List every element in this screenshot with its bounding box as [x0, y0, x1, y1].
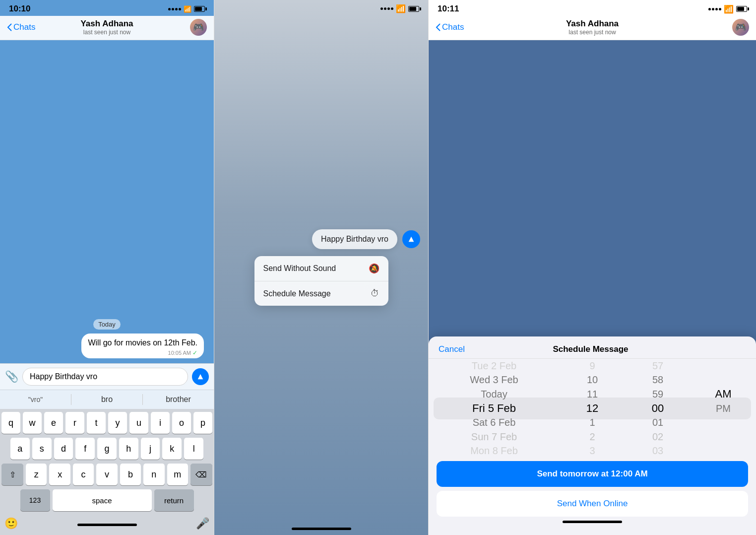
key-y[interactable]: y	[108, 412, 127, 434]
screen1-chat-keyboard: 10:10 📶 Chats Yash Adhana last seen just…	[0, 0, 214, 535]
contact-info-3: Yash Adhana last seen just now	[566, 19, 619, 36]
key-h[interactable]: h	[119, 438, 138, 460]
key-z[interactable]: z	[26, 464, 47, 485]
key-d[interactable]: d	[54, 438, 73, 460]
send-button-1[interactable]	[192, 368, 209, 385]
key-w[interactable]: w	[23, 412, 42, 434]
home-indicator-3	[563, 521, 622, 523]
context-menu: Send Without Sound 🔕 Schedule Message ⏱	[254, 256, 388, 306]
keyboard: q w e r t y u i o p a s d f g h j k l ⇧ …	[0, 409, 214, 535]
message-input-1[interactable]	[22, 368, 188, 386]
send-button-2[interactable]	[402, 230, 420, 248]
picker-day-column[interactable]: Tue 2 Feb Wed 3 Feb Today Fri 5 Feb Sat …	[429, 359, 560, 458]
key-g[interactable]: g	[97, 438, 117, 460]
picker-hour-5: 2	[560, 430, 625, 444]
picker-hour-0: 9	[560, 359, 625, 373]
home-indicator-1	[77, 524, 137, 526]
picker-ampm-spacer3	[691, 415, 756, 430]
autocomplete-text-1: bro	[101, 395, 113, 403]
key-return[interactable]: return	[154, 489, 194, 511]
status-icons-2: 📶	[380, 4, 419, 13]
key-i[interactable]: i	[151, 412, 170, 434]
key-v[interactable]: v	[96, 464, 117, 485]
time-3: 10:11	[438, 4, 459, 14]
key-n[interactable]: n	[143, 464, 164, 485]
schedule-title: Schedule Message	[553, 344, 628, 354]
picker-hour-1: 10	[560, 373, 625, 388]
picker-ampm-spacer5	[691, 444, 756, 458]
autocomplete-item-0[interactable]: "vro"	[0, 394, 71, 405]
send-arrow-icon	[196, 373, 204, 381]
schedule-message-label: Schedule Message	[263, 289, 331, 298]
key-k[interactable]: k	[162, 438, 182, 460]
battery-icon-3	[736, 6, 747, 12]
picker-min-5: 02	[625, 430, 691, 444]
key-x[interactable]: x	[49, 464, 70, 485]
keyboard-row-2: a s d f g h j k l	[1, 438, 212, 460]
attach-button[interactable]: 📎	[5, 370, 18, 383]
microphone-icon[interactable]: 🎤	[196, 517, 209, 530]
key-t[interactable]: t	[87, 412, 106, 434]
chevron-left-icon-3	[436, 23, 441, 31]
emoji-icon[interactable]: 🙂	[4, 517, 18, 530]
picker-pm: PM	[691, 401, 756, 416]
message-time-1: 10:05 AM	[168, 350, 191, 356]
signal-icon-3	[708, 8, 721, 10]
key-shift[interactable]: ⇧	[1, 464, 23, 485]
picker-minute-column[interactable]: 57 58 59 00 01 02 03	[625, 359, 691, 458]
key-m[interactable]: m	[167, 464, 188, 485]
mute-icon: 🔕	[369, 263, 379, 274]
key-l[interactable]: l	[184, 438, 203, 460]
key-r[interactable]: r	[65, 412, 84, 434]
picker-min-0: 57	[625, 359, 691, 373]
screen3-schedule: 10:11 📶 Chats Yash Adhana last seen just…	[429, 0, 756, 535]
autocomplete-text-0: "vro"	[28, 396, 43, 403]
status-bar-3: 10:11 📶	[429, 0, 756, 16]
context-menu-item-schedule[interactable]: Schedule Message ⏱	[254, 281, 388, 306]
send-scheduled-button[interactable]: Send tomorrow at 12:00 AM	[437, 461, 748, 487]
back-button-1[interactable]: Chats	[7, 22, 35, 32]
contact-name-1: Yash Adhana	[80, 19, 133, 29]
key-delete[interactable]: ⌫	[190, 464, 212, 485]
picker-day-1: Wed 3 Feb	[429, 373, 560, 388]
key-f[interactable]: f	[75, 438, 95, 460]
nav-bar-1: Chats Yash Adhana last seen just now 🎮	[0, 16, 214, 40]
contact-info-1: Yash Adhana last seen just now	[80, 19, 133, 36]
autocomplete-bar: "vro" bro brother	[0, 390, 214, 409]
key-123[interactable]: 123	[20, 489, 50, 511]
autocomplete-item-1[interactable]: bro	[71, 394, 143, 405]
wifi-icon-2: 📶	[396, 4, 406, 13]
battery-icon	[194, 6, 205, 12]
message-meta-1: 10:05 AM ✓	[88, 349, 197, 356]
picker-day-5: Sun 7 Feb	[429, 430, 560, 444]
picker-min-1: 58	[625, 373, 691, 388]
picker-am-selected: AM	[691, 387, 756, 401]
key-e[interactable]: e	[44, 412, 63, 434]
message-text-1: Will go for movies on 12th Feb.	[88, 338, 197, 348]
picker-hour-column[interactable]: 9 10 11 12 1 2 3	[560, 359, 625, 458]
key-o[interactable]: o	[172, 412, 191, 434]
context-menu-item-sound[interactable]: Send Without Sound 🔕	[254, 256, 388, 281]
key-c[interactable]: c	[73, 464, 94, 485]
status-icons-3: 📶	[708, 4, 747, 14]
autocomplete-item-2[interactable]: brother	[143, 394, 214, 405]
key-s[interactable]: s	[32, 438, 52, 460]
avatar-3[interactable]: 🎮	[732, 19, 749, 36]
picker-hour-4: 1	[560, 415, 625, 430]
key-q[interactable]: q	[1, 412, 20, 434]
timer-icon: ⏱	[371, 288, 379, 299]
key-space[interactable]: space	[53, 489, 152, 511]
key-j[interactable]: j	[141, 438, 160, 460]
cancel-button[interactable]: Cancel	[439, 344, 465, 354]
avatar-1[interactable]: 🎮	[190, 19, 207, 36]
key-b[interactable]: b	[120, 464, 141, 485]
picker-day-selected: Fri 5 Feb	[429, 401, 560, 416]
key-p[interactable]: p	[193, 412, 212, 434]
picker-ampm-column[interactable]: AM PM	[691, 359, 756, 458]
key-a[interactable]: a	[10, 438, 30, 460]
picker-hour-2: 11	[560, 387, 625, 401]
key-u[interactable]: u	[129, 412, 148, 434]
date-time-picker[interactable]: Tue 2 Feb Wed 3 Feb Today Fri 5 Feb Sat …	[429, 359, 756, 458]
back-button-3[interactable]: Chats	[436, 22, 464, 32]
send-when-online-button[interactable]: Send When Online	[437, 491, 748, 517]
